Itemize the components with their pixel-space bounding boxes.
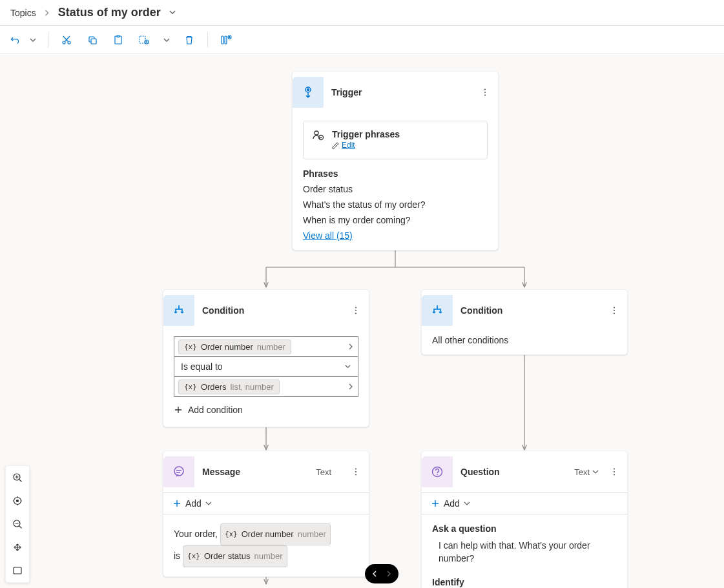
svg-point-0 [63,41,65,44]
question-title: Question [460,467,566,477]
question-icon [422,456,453,487]
zoom-reset-button[interactable] [6,536,29,559]
condition-title: Condition [202,305,340,316]
svg-rect-8 [222,36,223,44]
chevron-down-icon[interactable] [169,8,176,18]
question-prompt-text[interactable]: I can help with that. What's your order … [439,539,617,565]
svg-point-13 [484,88,486,90]
delete-button[interactable] [180,31,198,49]
more-button[interactable] [606,464,622,480]
advanced-paste-button[interactable] [135,31,153,49]
svg-point-1 [68,41,70,44]
undo-chevron-down[interactable] [27,31,39,49]
message-title: Message [202,467,308,477]
toolbar [0,26,724,54]
svg-rect-9 [225,36,227,44]
zoom-in-button[interactable] [6,466,29,489]
svg-point-18 [355,307,357,308]
breadcrumb: Topics Status of my order [0,0,724,26]
variable-chip: {x} Orders list, number [178,380,280,394]
zoom-fit-button[interactable] [6,489,29,512]
variable-chip: {x} Order number number [178,340,291,354]
more-button[interactable] [348,303,364,318]
edit-phrases-link[interactable]: Edit [332,141,355,150]
condition-variable-row[interactable]: {x} Order number number [174,336,358,357]
svg-rect-37 [14,567,21,574]
ask-question-heading: Ask a question [432,523,617,534]
message-icon [163,456,194,487]
condition-icon [163,295,194,326]
svg-point-35 [17,500,19,502]
phrases-heading: Phrases [303,168,488,179]
chevron-right-icon [44,8,50,18]
condition-node-right[interactable]: Condition All other conditions [421,289,628,355]
separator [207,32,208,48]
trigger-title: Trigger [331,87,470,97]
trigger-phrases-card[interactable]: Trigger phrases Edit [303,121,488,159]
svg-rect-3 [91,39,96,44]
message-content[interactable]: Your order, {x} Order number number is {… [163,514,369,576]
separator [48,32,48,48]
svg-point-25 [355,468,357,469]
cut-button[interactable] [57,31,76,49]
minimap-button[interactable] [6,559,29,582]
question-node[interactable]: Question Text Add Ask a question I can h… [421,451,628,588]
phrase-item: When is my order coming? [303,212,488,228]
more-button[interactable] [606,303,622,318]
svg-point-32 [614,474,615,475]
zoom-out-button[interactable] [6,512,29,536]
more-button[interactable] [348,464,364,480]
add-condition-button[interactable]: Add condition [174,397,358,418]
message-type-selector[interactable]: Text [316,467,340,477]
chevron-right-icon [347,381,354,392]
svg-point-14 [484,92,486,93]
variable-chip: {x} Order number number [220,523,331,545]
paste-button[interactable] [109,31,127,49]
svg-point-21 [614,307,615,308]
identify-heading: Identify [432,577,617,587]
svg-point-30 [614,468,615,469]
trigger-node[interactable]: Trigger Trigger phrases Edit [292,71,499,250]
chevron-down-icon [344,361,351,372]
all-other-conditions-text: All other conditions [432,335,617,345]
view-all-link[interactable]: View all (15) [303,230,353,241]
breadcrumb-current: Status of my order [58,6,161,19]
phrase-item: Order status [303,181,488,197]
svg-point-19 [355,310,357,311]
condition-title: Condition [460,305,599,316]
zoom-panel [5,465,30,583]
message-add-button[interactable]: Add [163,492,369,514]
svg-point-22 [614,310,615,311]
undo-button[interactable] [6,31,25,49]
variable-chip: {x} Order status number [183,545,287,567]
nav-pill [365,564,398,583]
trigger-icon [293,77,324,108]
condition-node-left[interactable]: Condition {x} Order number number Is equ… [163,289,369,427]
trigger-phrases-title: Trigger phrases [332,129,400,139]
question-type-selector[interactable]: Text [574,467,599,477]
question-add-button[interactable]: Add [422,492,627,514]
svg-point-20 [355,312,357,314]
nav-next-button[interactable] [382,567,396,581]
nav-prev-button[interactable] [367,567,382,581]
more-button[interactable] [477,85,493,100]
svg-point-15 [484,94,486,96]
condition-value-row[interactable]: {x} Orders list, number [174,376,358,397]
variables-button[interactable] [217,31,235,49]
condition-operator-row[interactable]: Is equal to [174,356,358,377]
chevron-right-icon [347,341,354,352]
condition-icon [422,295,453,326]
svg-point-24 [174,467,183,476]
authoring-canvas[interactable]: Trigger Trigger phrases Edit [0,54,724,588]
svg-point-12 [307,89,309,91]
svg-point-26 [355,471,357,472]
svg-point-16 [315,131,318,135]
copy-button[interactable] [83,31,101,49]
phrases-icon [311,129,324,151]
breadcrumb-root[interactable]: Topics [10,8,36,18]
svg-point-31 [614,471,615,472]
svg-point-29 [437,474,438,475]
paste-chevron-down[interactable] [161,31,172,49]
svg-point-23 [614,312,615,314]
message-node[interactable]: Message Text Add Your order, {x} Order n… [163,451,369,577]
